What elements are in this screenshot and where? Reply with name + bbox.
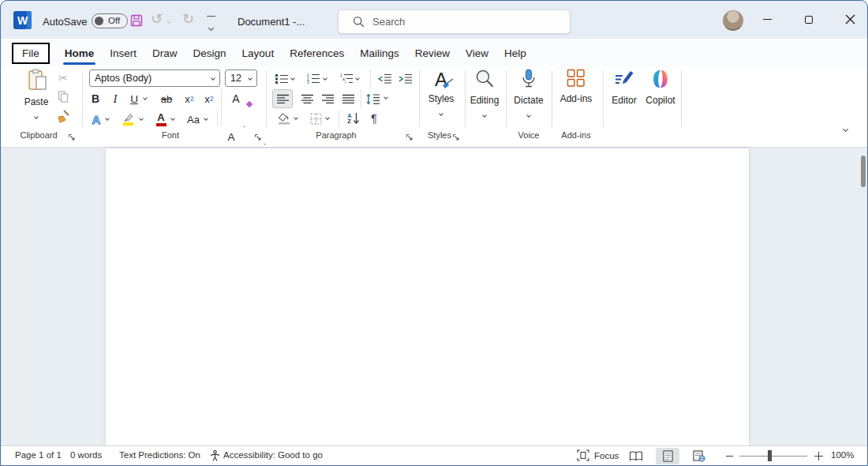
document-area[interactable] [1, 148, 867, 445]
tab-file[interactable]: File [12, 43, 50, 64]
group-divider-5 [506, 70, 507, 127]
styles-button[interactable]: A Styles [421, 69, 462, 118]
paragraph-dialog-launcher[interactable] [406, 130, 413, 145]
italic-button[interactable]: I [108, 90, 122, 107]
tab-draw[interactable]: Draw [144, 43, 185, 64]
show-hide-marks-button[interactable]: ¶ [365, 110, 383, 127]
underline-chevron-icon[interactable] [143, 96, 148, 100]
font-size-combo[interactable]: 12 [225, 70, 257, 87]
clipboard-icon [26, 69, 47, 91]
addins-button[interactable]: Add-ins [553, 69, 599, 104]
strikethrough-button[interactable]: ab [156, 90, 177, 107]
decrease-indent-button[interactable] [375, 70, 394, 86]
zoom-out-button[interactable] [726, 456, 733, 457]
tab-help[interactable]: Help [496, 43, 534, 64]
font-color-button[interactable]: A [152, 110, 170, 129]
underline-button[interactable]: U [127, 90, 141, 107]
line-spacing-chevron-icon[interactable] [383, 95, 388, 100]
collapse-ribbon-chevron-icon[interactable] [843, 126, 848, 132]
page-indicator[interactable]: Page 1 of 1 [15, 450, 62, 460]
tab-insert[interactable]: Insert [102, 43, 144, 64]
paste-button[interactable]: Paste [18, 69, 54, 122]
maximize-button[interactable] [791, 1, 827, 38]
clipboard-dialog-launcher[interactable] [68, 130, 76, 145]
zoom-in-button[interactable] [814, 452, 823, 460]
tab-review[interactable]: Review [407, 43, 458, 64]
addins-label: Add-ins [553, 93, 599, 104]
close-button[interactable] [832, 1, 868, 38]
accessibility-status[interactable]: Accessibility: Good to go [223, 450, 323, 460]
tab-view[interactable]: View [458, 43, 496, 64]
change-case-button[interactable]: Aa [184, 111, 203, 128]
editing-group-button[interactable]: Editing [465, 69, 504, 120]
read-mode-button[interactable] [624, 448, 648, 464]
paste-chevron-icon [34, 115, 39, 119]
increase-indent-button[interactable] [395, 70, 414, 86]
undo-button[interactable]: ↺ [151, 10, 163, 28]
sort-button[interactable]: AZ [343, 109, 364, 128]
document-page[interactable] [106, 148, 749, 445]
account-avatar[interactable] [723, 10, 743, 31]
text-effects-chevron-icon[interactable] [105, 116, 110, 121]
search-input[interactable] [372, 16, 554, 28]
subscript-button[interactable]: x2 [181, 90, 198, 107]
align-center-button[interactable] [297, 89, 316, 108]
align-left-button[interactable] [272, 89, 293, 108]
web-layout-button[interactable] [687, 448, 711, 464]
copy-button[interactable] [54, 88, 72, 104]
font-size-chevron-icon [248, 76, 253, 81]
bold-button[interactable]: B [88, 90, 103, 107]
search-box[interactable] [338, 9, 571, 34]
customize-quick-access-icon[interactable] [207, 16, 215, 33]
numbering-chevron-icon[interactable] [323, 76, 327, 81]
zoom-slider-handle[interactable] [768, 450, 772, 461]
editor-button[interactable]: Editor [605, 69, 643, 106]
multilevel-chevron-icon[interactable] [355, 76, 360, 81]
highlight-button[interactable] [118, 111, 137, 128]
tab-mailings[interactable]: Mailings [352, 43, 407, 64]
zoom-slider-track[interactable] [739, 456, 807, 457]
borders-icon [310, 113, 322, 125]
vertical-scrollbar[interactable] [860, 151, 866, 443]
tab-home[interactable]: Home [57, 43, 103, 64]
autosave-toggle[interactable]: Off [92, 13, 128, 28]
zoom-percentage[interactable]: 100% [831, 450, 854, 460]
justify-button[interactable] [339, 89, 357, 108]
align-right-button[interactable] [318, 89, 337, 108]
font-dialog-launcher[interactable] [254, 130, 262, 145]
save-icon[interactable] [130, 14, 143, 30]
styles-dialog-launcher[interactable] [452, 130, 460, 145]
shading-chevron-icon[interactable] [294, 115, 298, 120]
text-predictions-status[interactable]: Text Predictions: On [119, 450, 200, 460]
borders-chevron-icon[interactable] [325, 115, 330, 120]
undo-chevron-icon[interactable] [166, 19, 171, 24]
borders-button[interactable] [307, 110, 324, 127]
tab-layout[interactable]: Layout [234, 43, 282, 64]
bullets-chevron-icon[interactable] [290, 76, 295, 81]
focus-button[interactable]: Focus [577, 449, 619, 461]
superscript-button[interactable]: x2 [200, 90, 218, 107]
highlight-chevron-icon[interactable] [139, 116, 144, 121]
tab-references[interactable]: References [282, 43, 352, 64]
minimize-button[interactable] [749, 1, 785, 38]
cut-button[interactable]: ✂ [54, 70, 72, 86]
change-case-chevron-icon[interactable] [204, 116, 208, 121]
word-count[interactable]: 0 words [70, 450, 102, 460]
redo-button[interactable]: ↻ [182, 10, 194, 28]
tab-design[interactable]: Design [185, 43, 234, 64]
bullets-button[interactable] [274, 70, 290, 86]
copilot-button[interactable]: Copilot [642, 69, 679, 106]
shading-button[interactable] [275, 110, 293, 127]
line-spacing-button[interactable] [364, 89, 383, 108]
numbering-button[interactable]: 123 [305, 70, 321, 86]
text-effects-button[interactable]: A [88, 111, 105, 128]
word-logo-icon[interactable]: W [13, 11, 32, 29]
scrollbar-thumb[interactable] [861, 156, 866, 187]
format-painter-button[interactable] [54, 108, 72, 124]
clear-formatting-button[interactable]: A [226, 90, 245, 107]
dictate-button[interactable]: Dictate [507, 69, 550, 120]
font-color-chevron-icon[interactable] [170, 116, 175, 121]
font-name-combo[interactable]: Aptos (Body) [89, 70, 220, 87]
multilevel-list-button[interactable]: 1ai [339, 70, 354, 86]
print-layout-button[interactable] [656, 448, 679, 464]
